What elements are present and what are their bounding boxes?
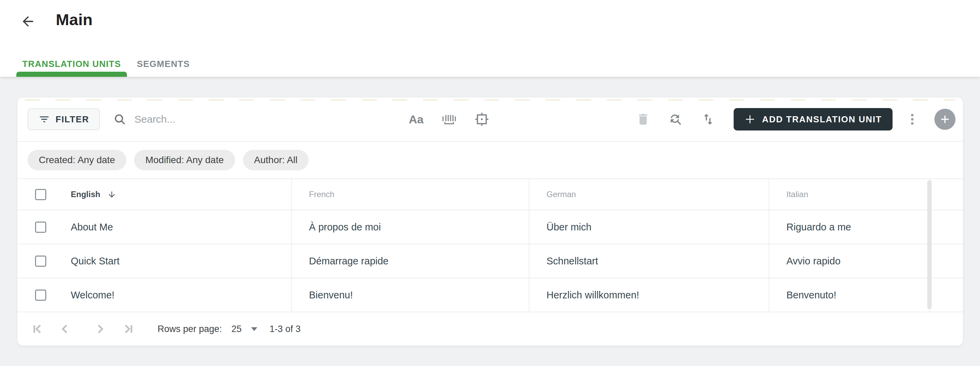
tab-label: SEGMENTS — [137, 59, 190, 69]
cell-text: Benvenuto! — [769, 290, 837, 301]
cell-text: Schnellstart — [530, 255, 598, 267]
cell-spacer — [930, 278, 963, 312]
selection-frame-icon — [474, 112, 489, 127]
cell-text: Über mich — [530, 222, 592, 233]
tab-segments[interactable]: SEGMENTS — [127, 51, 200, 77]
back-button[interactable] — [19, 13, 37, 30]
cell-spacer — [930, 210, 963, 244]
column-header-german: German — [530, 190, 576, 199]
rows-per-page-caret-icon[interactable] — [251, 327, 257, 331]
cell-text: Welcome! — [71, 290, 115, 301]
whole-word-icon — [441, 112, 458, 126]
cell-text: Avvio rapido — [769, 255, 840, 267]
cell-italian: Avvio rapido — [769, 244, 930, 278]
pagination-range: 1-3 of 3 — [269, 324, 301, 334]
sort-button[interactable] — [698, 109, 718, 130]
cell-text: À propos de moi — [292, 222, 381, 233]
sort-desc-icon — [107, 190, 116, 199]
column-header-french: French — [292, 190, 334, 199]
find-replace-button[interactable] — [665, 109, 686, 130]
chip-created[interactable]: Created: Any date — [27, 150, 126, 170]
row-checkbox[interactable] — [35, 222, 46, 233]
filter-chips-row: Created: Any date Modified: Any date Aut… — [18, 142, 963, 179]
chevron-right-icon — [92, 322, 108, 336]
cell-spacer — [930, 244, 963, 278]
add-translation-unit-button[interactable]: ADD TRANSLATION UNIT — [733, 108, 892, 130]
cell-german: Schnellstart — [530, 244, 769, 278]
tab-translation-units[interactable]: TRANSLATION UNITS — [16, 51, 127, 77]
header-cell-italian[interactable]: Italian — [769, 179, 930, 210]
cell-english: Quick Start — [18, 244, 292, 278]
cell-text: Riguardo a me — [769, 222, 851, 233]
first-page-button[interactable] — [30, 322, 45, 336]
table-row[interactable]: Welcome! Bienvenu! Herzlich willkommen! … — [18, 278, 963, 312]
chip-modified[interactable]: Modified: Any date — [134, 150, 235, 170]
table-row[interactable]: About Me À propos de moi Über mich Rigua… — [18, 210, 963, 244]
selection-frame-button[interactable] — [472, 109, 492, 130]
cell-french: Bienvenu! — [292, 278, 530, 312]
cell-english: Welcome! — [18, 278, 292, 312]
translation-units-table: English French German Italian About Me À… — [18, 179, 963, 312]
cell-german: Herzlich willkommen! — [530, 278, 769, 312]
add-button-label: ADD TRANSLATION UNIT — [762, 114, 882, 125]
more-options-button[interactable] — [904, 109, 920, 130]
column-header-italian: Italian — [769, 190, 808, 199]
plus-icon — [745, 114, 756, 125]
filter-icon — [38, 114, 50, 125]
chip-label: Created: Any date — [39, 155, 115, 165]
filter-button-label: FILTER — [56, 114, 89, 125]
table-row[interactable]: Quick Start Démarrage rapide Schnellstar… — [18, 244, 963, 278]
last-page-button[interactable] — [121, 322, 136, 336]
add-fab-button[interactable] — [934, 109, 956, 130]
header-cell-spacer — [930, 179, 963, 210]
header-cell-french[interactable]: French — [292, 179, 530, 210]
search-input[interactable] — [134, 113, 372, 125]
header-cell-german[interactable]: German — [530, 179, 769, 210]
select-all-checkbox[interactable] — [35, 189, 46, 200]
cell-text: Herzlich willkommen! — [530, 290, 639, 301]
vertical-scrollbar-thumb[interactable] — [927, 180, 932, 309]
kebab-icon — [905, 112, 920, 127]
chip-label: Modified: Any date — [145, 155, 224, 165]
find-replace-icon — [668, 112, 682, 127]
page-title: Main — [56, 10, 92, 29]
fab-plus-icon — [940, 114, 950, 125]
cell-text: Quick Start — [71, 255, 119, 267]
active-tab-indicator — [16, 72, 127, 77]
translation-units-card: FILTER Aa — [18, 98, 963, 345]
delete-button[interactable] — [633, 109, 653, 130]
filter-button[interactable]: FILTER — [27, 108, 100, 130]
row-checkbox[interactable] — [35, 290, 46, 301]
column-header-english[interactable]: English — [71, 190, 100, 199]
chip-author[interactable]: Author: All — [243, 150, 309, 170]
last-page-icon — [121, 322, 136, 336]
whole-word-button[interactable] — [439, 109, 460, 130]
pagination-bar: Rows per page: 25 1-3 of 3 — [18, 312, 963, 345]
search-box — [113, 108, 392, 130]
cell-text: Bienvenu! — [292, 290, 353, 301]
sort-icon — [701, 112, 715, 127]
rows-per-page-label: Rows per page: — [158, 324, 222, 334]
next-page-button[interactable] — [92, 322, 108, 336]
cell-text: Démarrage rapide — [292, 255, 388, 267]
arrow-back-icon — [20, 14, 36, 29]
row-checkbox[interactable] — [35, 255, 46, 267]
page-header: Main TRANSLATION UNITS SEGMENTS — [0, 0, 980, 77]
cell-italian: Benvenuto! — [769, 278, 930, 312]
cell-italian: Riguardo a me — [769, 210, 930, 244]
match-case-icon: Aa — [409, 113, 423, 126]
cell-text: About Me — [71, 222, 113, 233]
header-cell-english[interactable]: English — [18, 179, 292, 210]
search-icon — [113, 113, 126, 126]
cell-french: À propos de moi — [292, 210, 530, 244]
first-page-icon — [30, 322, 45, 336]
trash-icon — [636, 112, 650, 127]
match-case-button[interactable]: Aa — [406, 109, 426, 130]
tab-label: TRANSLATION UNITS — [22, 59, 121, 69]
cell-english: About Me — [18, 210, 292, 244]
cell-german: Über mich — [530, 210, 769, 244]
rows-per-page-value[interactable]: 25 — [231, 324, 242, 334]
table-header-row: English French German Italian — [18, 179, 963, 210]
chevron-left-icon — [57, 322, 73, 336]
previous-page-button[interactable] — [57, 322, 73, 336]
